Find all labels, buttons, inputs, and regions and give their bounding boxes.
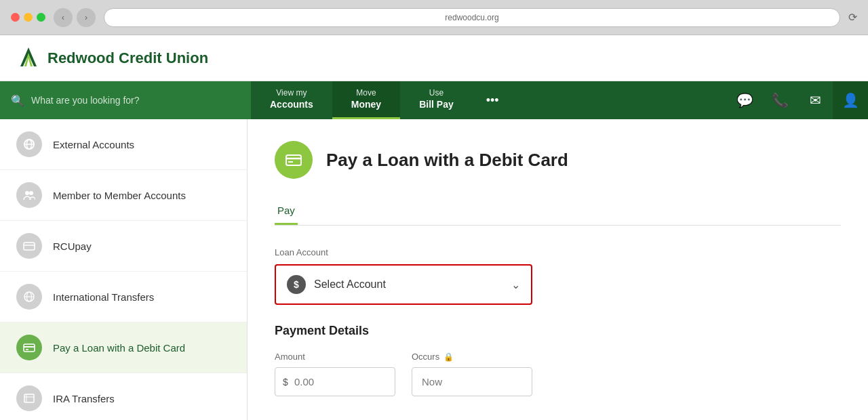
nav-item-move-money-bottom: Money	[351, 98, 381, 110]
phone-icon: 📞	[772, 92, 789, 108]
nav-item-move-money-top: Move	[356, 88, 376, 99]
minimize-button[interactable]	[24, 13, 33, 22]
browser-icons: ⟳	[848, 11, 857, 24]
sidebar-item-pay-loan-debit[interactable]: Pay a Loan with a Debit Card	[0, 322, 247, 373]
back-button[interactable]: ‹	[54, 8, 73, 27]
profile-button[interactable]: 👤	[833, 81, 868, 119]
sidebar-item-international-transfers-label: International Transfers	[53, 291, 154, 303]
nav-items: View my Accounts Move Money Use Bill Pay…	[251, 81, 513, 119]
svg-rect-12	[24, 344, 35, 352]
pay-loan-debit-icon	[16, 335, 42, 360]
occurs-group: Occurs 🔒	[412, 352, 532, 396]
content-area: Pay a Loan with a Debit Card Pay Loan Ac…	[248, 119, 868, 420]
page-icon	[275, 141, 313, 179]
page-header: Pay a Loan with a Debit Card	[275, 141, 841, 179]
nav-item-move-money[interactable]: Move Money	[332, 81, 400, 119]
nav-bar: 🔍 View my Accounts Move Money Use Bill P…	[0, 81, 868, 119]
logo-icon	[16, 46, 41, 70]
fullscreen-button[interactable]	[37, 13, 45, 22]
nav-actions: 💬 📞 ✉ 👤	[727, 81, 868, 119]
app: Redwood Credit Union 🔍 View my Accounts …	[0, 35, 868, 420]
sidebar-item-member-to-member-label: Member to Member Accounts	[53, 190, 186, 201]
sidebar-item-pay-loan-debit-label: Pay a Loan with a Debit Card	[53, 342, 185, 354]
phone-button[interactable]: 📞	[762, 81, 797, 119]
close-button[interactable]	[11, 13, 20, 22]
international-transfers-icon	[16, 284, 42, 310]
main-area: External Accounts Member to Member Accou…	[0, 119, 868, 420]
nav-more-button[interactable]: •••	[473, 81, 513, 119]
sidebar-item-ira-transfers[interactable]: IRA Transfers	[0, 373, 247, 420]
svg-rect-7	[24, 243, 35, 250]
search-area[interactable]: 🔍	[0, 81, 251, 119]
loan-account-label: Loan Account	[275, 247, 532, 257]
sidebar-item-international-transfers[interactable]: International Transfers	[0, 272, 247, 322]
reload-icon[interactable]: ⟳	[848, 11, 857, 24]
select-account-text: Select Account	[314, 278, 503, 291]
browser-nav-buttons: ‹ ›	[54, 8, 96, 27]
amount-input-wrapper: $	[275, 367, 395, 396]
svg-rect-20	[286, 155, 301, 165]
chevron-down-icon: ⌄	[511, 278, 520, 291]
currency-prefix: $	[283, 377, 288, 387]
payment-details-row: Amount $ Occurs 🔒	[275, 352, 532, 396]
amount-input[interactable]	[275, 367, 395, 396]
svg-rect-15	[24, 394, 34, 402]
payment-details-title: Payment Details	[275, 324, 532, 338]
dollar-icon: $	[287, 275, 306, 294]
sidebar-item-member-to-member[interactable]: Member to Member Accounts	[0, 170, 247, 221]
tabs: Pay	[275, 198, 841, 226]
chat-icon: 💬	[736, 92, 753, 108]
search-icon: 🔍	[11, 94, 24, 107]
external-accounts-icon	[16, 131, 42, 157]
mail-button[interactable]: ✉	[797, 81, 833, 119]
ira-transfers-icon	[16, 385, 42, 411]
loan-account-section: Loan Account $ Select Account ⌄ Payment …	[275, 247, 532, 396]
nav-item-view-accounts-bottom: Accounts	[270, 98, 313, 110]
rcupay-icon	[16, 233, 42, 259]
member-to-member-icon	[16, 182, 42, 208]
sidebar-item-rcupay-label: RCUpay	[53, 240, 92, 252]
tab-pay[interactable]: Pay	[275, 198, 298, 225]
address-bar[interactable]: redwoodcu.org	[104, 8, 840, 27]
select-account-dropdown[interactable]: $ Select Account ⌄	[275, 264, 532, 305]
sidebar-item-external-accounts-label: External Accounts	[53, 139, 134, 150]
lock-icon: 🔒	[443, 352, 454, 362]
logo-area: Redwood Credit Union	[16, 46, 208, 70]
occurs-label: Occurs 🔒	[412, 352, 532, 362]
sidebar-item-external-accounts[interactable]: External Accounts	[0, 119, 247, 170]
browser-chrome: ‹ › redwoodcu.org ⟳	[0, 0, 868, 35]
occurs-input[interactable]	[412, 367, 532, 396]
page-title: Pay a Loan with a Debit Card	[326, 150, 568, 171]
nav-item-bill-pay-top: Use	[429, 88, 443, 99]
top-bar: Redwood Credit Union	[0, 35, 868, 81]
svg-point-6	[29, 191, 33, 195]
mail-icon: ✉	[810, 92, 821, 108]
amount-label: Amount	[275, 352, 395, 362]
nav-item-view-accounts[interactable]: View my Accounts	[251, 81, 332, 119]
amount-group: Amount $	[275, 352, 395, 396]
traffic-lights	[11, 13, 45, 22]
forward-button[interactable]: ›	[77, 8, 96, 27]
svg-point-5	[25, 191, 29, 195]
sidebar: External Accounts Member to Member Accou…	[0, 119, 248, 420]
chat-button[interactable]: 💬	[727, 81, 762, 119]
nav-item-view-accounts-top: View my	[276, 88, 307, 99]
nav-item-bill-pay[interactable]: Use Bill Pay	[400, 81, 473, 119]
search-input[interactable]	[31, 95, 240, 106]
sidebar-item-ira-transfers-label: IRA Transfers	[53, 393, 115, 404]
profile-icon: 👤	[842, 92, 859, 108]
sidebar-item-rcupay[interactable]: RCUpay	[0, 221, 247, 272]
logo-text: Redwood Credit Union	[47, 49, 208, 67]
nav-item-bill-pay-bottom: Bill Pay	[419, 98, 454, 110]
